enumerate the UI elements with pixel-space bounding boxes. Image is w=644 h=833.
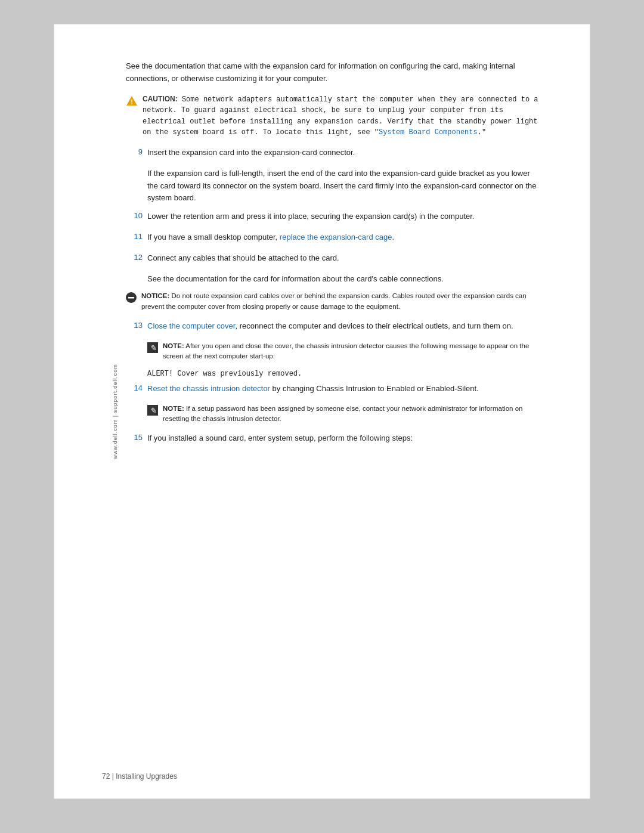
note1-icon: ✎ — [147, 342, 158, 355]
note1-block: ✎ NOTE: After you open and close the cov… — [147, 341, 542, 362]
caution-after: ." — [478, 128, 486, 137]
note1-label: NOTE: — [163, 342, 184, 349]
item-num-11: 11 — [126, 231, 143, 241]
item-13-after: , reconnect the computer and devices to … — [235, 321, 513, 330]
footer-section: Installing Upgrades — [116, 772, 177, 781]
svg-text:✎: ✎ — [150, 343, 156, 352]
item-11-before: If you have a small desktop computer, — [147, 233, 280, 241]
caution-label: CAUTION: — [143, 95, 178, 103]
item-num-14: 14 — [126, 383, 143, 392]
note1-text: NOTE: After you open and close the cover… — [163, 341, 542, 362]
note2-body: If a setup password has been assigned by… — [163, 405, 522, 422]
item-num-12: 12 — [126, 252, 143, 262]
note2-block: ✎ NOTE: If a setup password has been ass… — [147, 404, 542, 425]
item-14-after: by changing Chassis Intrusion to Enabled… — [270, 384, 479, 393]
caution-icon: ! — [126, 95, 138, 109]
svg-rect-3 — [128, 297, 134, 299]
system-board-link[interactable]: System Board Components — [379, 128, 478, 137]
note1-body: After you open and close the cover, the … — [163, 342, 529, 360]
item-text-13: Close the computer cover, reconnect the … — [147, 320, 513, 333]
item-12-sub-text: See the documentation for the card for i… — [147, 273, 542, 286]
item-text-14: Reset the chassis intrusion detector by … — [147, 383, 479, 395]
list-item-11: 11 If you have a small desktop computer,… — [126, 231, 542, 244]
item-text-12: Connect any cables that should be attach… — [147, 252, 339, 265]
note2-label: NOTE: — [163, 405, 184, 412]
item-text-10: Lower the retention arm and press it int… — [147, 210, 474, 223]
intro-paragraph: See the documentation that came with the… — [126, 60, 542, 85]
close-cover-link[interactable]: Close the computer cover — [147, 321, 235, 330]
item-9-sub: If the expansion card is full-length, in… — [147, 168, 542, 205]
list-item-12: 12 Connect any cables that should be att… — [126, 252, 542, 265]
caution-block: ! CAUTION: Some network adapters automat… — [126, 94, 542, 138]
alert-code: ALERT! Cover was previously removed. — [147, 370, 542, 378]
list-item-14: 14 Reset the chassis intrusion detector … — [126, 383, 542, 395]
notice-label: NOTICE: — [141, 292, 169, 299]
caution-text: CAUTION: Some network adapters automatic… — [143, 94, 542, 138]
main-content: See the documentation that came with the… — [126, 60, 542, 445]
svg-text:✎: ✎ — [150, 406, 156, 415]
list-item-10: 10 Lower the retention arm and press it … — [126, 210, 542, 223]
notice-icon — [126, 292, 137, 305]
item-text-9: Insert the expansion card into the expan… — [147, 147, 355, 159]
item-num-15: 15 — [126, 432, 143, 442]
notice-block: NOTICE: Do not route expansion card cabl… — [126, 291, 542, 312]
reset-chassis-link[interactable]: Reset the chassis intrusion detector — [147, 384, 270, 393]
notice-text: NOTICE: Do not route expansion card cabl… — [141, 291, 542, 312]
item-num-10: 10 — [126, 210, 143, 220]
item-12-sub: See the documentation for the card for i… — [147, 273, 542, 286]
page: www.dell.com | support.dell.com See the … — [54, 24, 590, 799]
note2-text: NOTE: If a setup password has been assig… — [163, 404, 542, 425]
list-item-13: 13 Close the computer cover, reconnect t… — [126, 320, 542, 333]
item-9-sub-text: If the expansion card is full-length, in… — [147, 168, 542, 205]
notice-body: Do not route expansion card cables over … — [141, 292, 527, 309]
footer-page-num: 72 — [102, 772, 110, 781]
item-num-9: 9 — [126, 147, 143, 156]
item-text-15: If you installed a sound card, enter sys… — [147, 432, 413, 445]
note2-icon: ✎ — [147, 405, 158, 418]
item-11-after: . — [392, 233, 394, 241]
footer: 72 | Installing Upgrades — [102, 772, 177, 781]
replace-cage-link[interactable]: replace the expansion-card cage — [280, 233, 392, 241]
list-item-9: 9 Insert the expansion card into the exp… — [126, 147, 542, 159]
item-num-13: 13 — [126, 320, 143, 330]
item-text-11: If you have a small desktop computer, re… — [147, 231, 394, 244]
list-item-15: 15 If you installed a sound card, enter … — [126, 432, 542, 445]
svg-text:!: ! — [131, 98, 133, 106]
sidebar-label: www.dell.com | support.dell.com — [112, 364, 118, 459]
